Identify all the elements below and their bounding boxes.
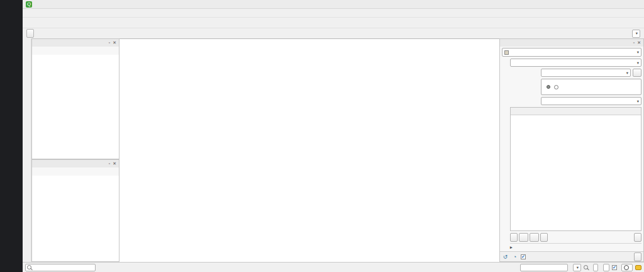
chevron-down-icon: ▾	[637, 50, 639, 55]
add-category-button[interactable]	[519, 233, 528, 242]
left-panels: ▫ ✕ ▫ ✕	[23, 38, 119, 262]
rotation-spinbox[interactable]	[603, 264, 609, 271]
coordinate-input[interactable]	[520, 264, 568, 271]
close-icon[interactable]: ✕	[113, 40, 116, 45]
map-canvas[interactable]	[119, 38, 499, 262]
os-taskbar	[0, 0, 23, 272]
checkbox-icon: ✔	[521, 254, 526, 259]
undock-icon[interactable]: ▫	[109, 40, 110, 45]
toolbar-row-2: ▾	[23, 28, 644, 38]
value-column-combo[interactable]: ▾	[541, 69, 631, 77]
menubar	[23, 9, 644, 17]
categories-table	[510, 107, 641, 231]
crs-button[interactable]	[621, 264, 633, 271]
layers-toolbar	[32, 167, 119, 176]
symbol-marker-outline-icon	[554, 85, 558, 89]
advanced-button[interactable]	[634, 233, 641, 242]
symbol-preview[interactable]	[541, 79, 641, 95]
chevron-down-icon: ▾	[637, 60, 639, 65]
undock-icon[interactable]: ▫	[633, 40, 635, 45]
browser-toolbar	[32, 47, 119, 55]
chevron-down-icon: ▾	[626, 71, 628, 76]
statusbar: ▾ ✔	[23, 262, 644, 272]
layers-panel: ▫ ✕	[31, 159, 119, 262]
close-icon[interactable]: ✕	[637, 40, 641, 45]
classify-button[interactable]	[510, 233, 518, 242]
close-icon[interactable]: ✕	[113, 161, 116, 166]
scale-combo[interactable]: ▾	[573, 264, 581, 271]
checkbox-icon: ✔	[612, 265, 617, 270]
styling-tab-strip	[500, 58, 509, 251]
style-history-icon[interactable]: ◔	[511, 253, 518, 260]
render-checkbox[interactable]: ✔	[612, 265, 619, 270]
chevron-down-icon: ▾	[636, 31, 638, 36]
layer-styling-panel: ▫ ✕ ▾ ▾	[499, 38, 644, 262]
live-update-checkbox[interactable]: ✔	[521, 254, 528, 259]
color-ramp-combo[interactable]: ▾	[541, 97, 641, 105]
map-render	[119, 39, 499, 262]
expression-button[interactable]	[633, 69, 641, 77]
toolbar-row-1	[23, 17, 644, 28]
magnifier-icon	[584, 265, 588, 269]
layer-tree	[32, 176, 119, 261]
qgis-app-icon: Q	[26, 1, 32, 8]
renderer-combo[interactable]: ▾	[510, 59, 641, 67]
layer-rendering-section[interactable]: ▸	[510, 243, 641, 251]
window-titlebar: Q	[23, 0, 644, 9]
qgis-window: Q ▾	[23, 0, 644, 272]
locator-search-input[interactable]	[33, 264, 94, 270]
font-size-combo[interactable]: ▾	[632, 30, 640, 38]
crs-globe-icon	[624, 265, 629, 270]
apply-button[interactable]	[634, 252, 641, 261]
browser-tree	[32, 55, 119, 159]
polygon-layer-icon	[504, 50, 509, 55]
reveal-address-button[interactable]	[26, 29, 34, 38]
magnifier-spinbox[interactable]	[593, 264, 598, 271]
search-icon	[27, 265, 31, 269]
chevron-right-icon: ▸	[510, 245, 513, 250]
delete-all-button[interactable]	[540, 233, 548, 242]
locator-search[interactable]	[25, 264, 96, 271]
remove-category-button[interactable]	[530, 233, 539, 242]
browser-panel: ▫ ✕	[31, 38, 119, 159]
styling-layer-combo[interactable]: ▾	[502, 48, 641, 57]
left-vertical-toolbar	[23, 38, 31, 262]
undo-style-icon[interactable]: ↺	[502, 253, 509, 260]
chevron-down-icon: ▾	[577, 265, 579, 270]
symbol-marker-icon	[547, 85, 550, 89]
undock-icon[interactable]: ▫	[109, 161, 110, 166]
screen: Q ▾	[0, 0, 644, 272]
messages-icon[interactable]	[635, 265, 641, 270]
chevron-down-icon: ▾	[637, 99, 639, 104]
